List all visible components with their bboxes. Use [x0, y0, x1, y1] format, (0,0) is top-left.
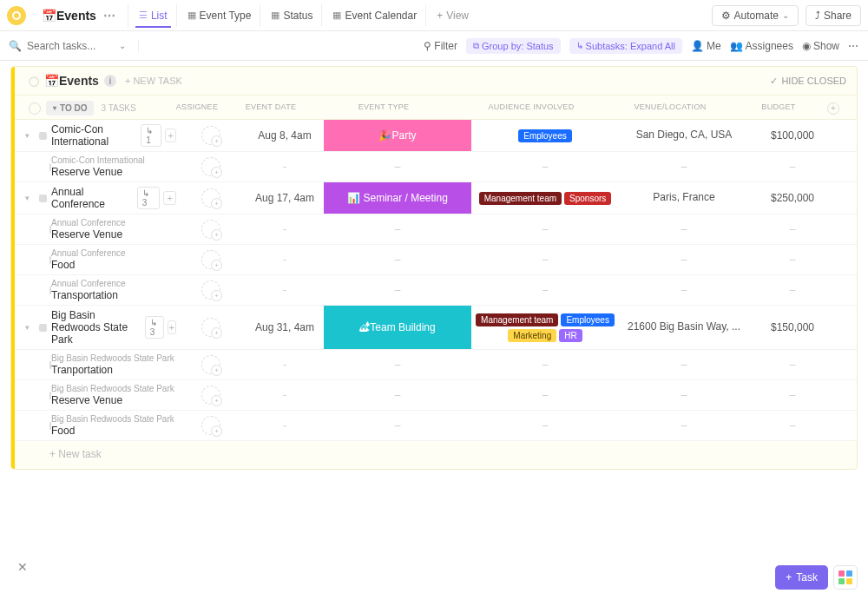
assignee-placeholder[interactable] [201, 280, 220, 300]
event-type-cell[interactable]: – [324, 161, 471, 173]
budget-cell[interactable]: $150,000 [749, 321, 836, 333]
venue-cell[interactable]: – [619, 419, 749, 432]
audience-cell[interactable]: – [471, 284, 619, 296]
date-cell[interactable]: - [246, 254, 324, 266]
subtask-count-badge[interactable]: ↳ 3 [137, 187, 161, 209]
budget-cell[interactable]: – [749, 223, 836, 235]
task-name-cell[interactable]: Comic-Con International Reserve Venue [51, 152, 176, 181]
add-view-button[interactable]: + View [428, 4, 477, 27]
tab-event-calendar[interactable]: ▦ Event Calendar [324, 4, 426, 27]
assignee-cell[interactable] [176, 280, 246, 300]
subtask-count-badge[interactable]: ↳ 3 [145, 316, 164, 339]
event-type-cell[interactable]: 📊 Seminar / Meeting [324, 182, 471, 214]
subtask-row[interactable]: Big Basin Redwoods State Park Tranportat… [11, 350, 857, 380]
task-row[interactable]: ▾ Annual Conference ↳ 3 + Aug 17, 4am 📊 … [11, 182, 857, 214]
task-name-cell[interactable]: Annual Conference Reserve Venue [51, 214, 176, 244]
venue-cell[interactable]: – [619, 359, 749, 371]
date-cell[interactable]: Aug 31, 4am [246, 321, 324, 333]
event-type-cell[interactable]: – [324, 359, 471, 371]
date-cell[interactable]: - [246, 419, 324, 432]
tab-list[interactable]: ☰ List [130, 4, 177, 27]
budget-cell[interactable]: $100,000 [749, 129, 836, 142]
apps-button[interactable] [833, 565, 858, 590]
assignee-cell[interactable] [176, 188, 246, 208]
search-input[interactable] [27, 40, 114, 52]
filter-button[interactable]: ⚲Filter [424, 40, 457, 52]
venue-cell[interactable]: 21600 Big Basin Way, ... [619, 320, 749, 335]
subtask-row[interactable]: Annual Conference Food - – – – – [11, 245, 857, 275]
show-button[interactable]: ◉Show [802, 40, 839, 52]
assignee-cell[interactable] [176, 220, 246, 239]
budget-cell[interactable]: – [749, 254, 836, 266]
task-row[interactable]: ▾ Comic-Con International ↳ 1 + Aug 8, 4… [11, 120, 857, 152]
add-column-button[interactable]: + [827, 102, 839, 115]
hide-closed-button[interactable]: ✓HIDE CLOSED [770, 76, 846, 87]
assignee-cell[interactable] [176, 250, 246, 269]
me-button[interactable]: 👤Me [691, 40, 721, 52]
assignee-cell[interactable] [176, 318, 246, 337]
add-subtask-button[interactable]: + [165, 129, 176, 142]
event-type-cell[interactable]: – [324, 254, 471, 266]
audience-cell[interactable]: – [471, 223, 619, 235]
collapse-icon[interactable]: ◯ [29, 76, 39, 87]
venue-cell[interactable]: – [619, 254, 749, 266]
assignee-placeholder[interactable] [201, 126, 220, 145]
add-subtask-button[interactable]: + [163, 191, 176, 205]
add-task-row[interactable]: + New task [11, 441, 857, 469]
event-type-cell[interactable]: – [324, 284, 471, 296]
budget-cell[interactable]: – [749, 161, 836, 173]
date-cell[interactable]: Aug 17, 4am [246, 192, 324, 204]
assignee-placeholder[interactable] [201, 220, 220, 239]
assignee-cell[interactable] [176, 386, 246, 405]
task-name-cell[interactable]: Annual Conference Food [51, 245, 176, 274]
assignee-placeholder[interactable] [201, 250, 220, 269]
audience-cell[interactable]: – [471, 359, 619, 371]
group-by-pill[interactable]: ⧉Group by: Status [466, 38, 561, 54]
search-box[interactable]: 🔍 ⌄ [9, 40, 139, 52]
automate-button[interactable]: ⚙ Automate ⌄ [712, 5, 799, 26]
task-name-cell[interactable]: Big Basin Redwoods State Park Tranportat… [51, 350, 176, 379]
venue-cell[interactable]: – [619, 161, 749, 173]
tab-event-type[interactable]: ▦ Event Type [179, 4, 261, 27]
assignee-cell[interactable] [176, 126, 246, 145]
date-cell[interactable]: - [246, 284, 324, 296]
subtask-row[interactable]: Comic-Con International Reserve Venue - … [11, 152, 857, 182]
task-name-cell[interactable]: Big Basin Redwoods State Park ↳ 3 + [51, 306, 176, 349]
tab-status[interactable]: ▦ Status [262, 4, 322, 27]
task-name-cell[interactable]: Big Basin Redwoods State Park Food [51, 411, 176, 440]
share-button[interactable]: ⤴ Share [806, 5, 861, 26]
audience-cell[interactable]: – [471, 161, 619, 173]
new-task-fab[interactable]: +Task [775, 565, 828, 590]
assignee-placeholder[interactable] [201, 355, 220, 374]
status-square[interactable] [39, 324, 47, 332]
date-cell[interactable]: - [246, 389, 324, 401]
more-button[interactable]: ⋯ [848, 40, 859, 52]
expand-icon[interactable]: ▾ [25, 194, 34, 202]
event-type-cell[interactable]: – [324, 223, 471, 235]
date-cell[interactable]: - [246, 223, 324, 235]
budget-cell[interactable]: – [749, 389, 836, 401]
date-cell[interactable]: - [246, 359, 324, 371]
venue-cell[interactable]: San Diego, CA, USA [619, 129, 749, 143]
expand-icon[interactable]: ▾ [25, 323, 34, 332]
subtasks-pill[interactable]: ↳Subtasks: Expand All [569, 38, 682, 54]
subtask-row[interactable]: Annual Conference Transportation - – – –… [11, 275, 857, 306]
audience-cell[interactable]: – [471, 254, 619, 266]
assignees-button[interactable]: 👥Assignees [730, 40, 793, 52]
assignee-placeholder[interactable] [201, 188, 220, 208]
date-cell[interactable]: - [246, 161, 324, 173]
info-icon[interactable]: i [104, 75, 116, 87]
venue-cell[interactable]: – [619, 284, 749, 296]
chevron-down-icon[interactable]: ⌄ [119, 41, 126, 50]
assignee-placeholder[interactable] [201, 157, 220, 176]
workspace-menu[interactable]: ⋯ [100, 9, 119, 23]
expand-icon[interactable]: ▾ [25, 131, 34, 140]
subtask-row[interactable]: Big Basin Redwoods State Park Food - – –… [11, 411, 857, 441]
venue-cell[interactable]: – [619, 223, 749, 235]
venue-cell[interactable]: – [619, 389, 749, 401]
task-name-cell[interactable]: Annual Conference ↳ 3 + [51, 182, 176, 214]
status-circle-icon[interactable] [29, 102, 41, 115]
assignee-cell[interactable] [176, 355, 246, 374]
audience-cell[interactable]: Management teamEmployeesMarketingHR [471, 311, 619, 345]
add-subtask-button[interactable]: + [168, 320, 176, 334]
